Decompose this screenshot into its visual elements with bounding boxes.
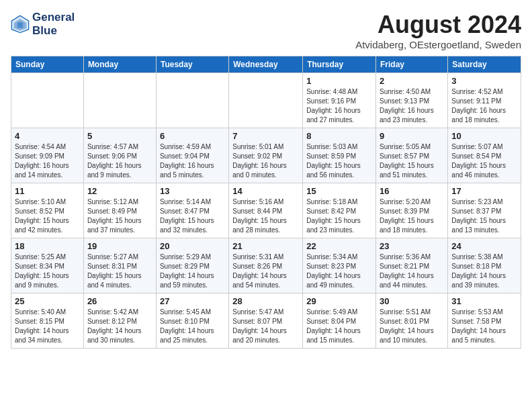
calendar-cell: 23Sunrise: 5:36 AM Sunset: 8:21 PM Dayli…	[376, 238, 448, 293]
cell-day-number: 15	[306, 186, 372, 196]
calendar-subtitle: Atvidaberg, OEstergoetland, Sweden	[355, 39, 521, 50]
cell-day-number: 5	[87, 131, 152, 141]
cell-day-number: 26	[87, 296, 152, 306]
cell-day-number: 8	[306, 131, 372, 141]
logo-text: General Blue	[32, 11, 75, 37]
cell-day-number: 31	[451, 296, 517, 306]
cell-daylight-info: Sunrise: 5:05 AM Sunset: 8:57 PM Dayligh…	[380, 142, 444, 180]
weekday-header: Tuesday	[156, 56, 228, 73]
cell-daylight-info: Sunrise: 5:40 AM Sunset: 8:15 PM Dayligh…	[15, 308, 80, 345]
cell-day-number: 9	[380, 131, 444, 141]
cell-day-number: 17	[451, 186, 517, 196]
cell-daylight-info: Sunrise: 4:54 AM Sunset: 9:09 PM Dayligh…	[15, 142, 80, 180]
calendar-cell: 7Sunrise: 5:01 AM Sunset: 9:02 PM Daylig…	[229, 128, 303, 183]
calendar-cell: 8Sunrise: 5:03 AM Sunset: 8:59 PM Daylig…	[303, 128, 376, 183]
cell-daylight-info: Sunrise: 5:38 AM Sunset: 8:18 PM Dayligh…	[451, 253, 517, 290]
cell-day-number: 3	[451, 76, 517, 86]
cell-day-number: 24	[451, 241, 517, 251]
cell-day-number: 20	[160, 241, 225, 251]
cell-day-number: 18	[15, 241, 80, 251]
title-area: August 2024 Atvidaberg, OEstergoetland, …	[355, 11, 521, 50]
cell-daylight-info: Sunrise: 4:48 AM Sunset: 9:16 PM Dayligh…	[306, 87, 372, 125]
calendar-week-row: 1Sunrise: 4:48 AM Sunset: 9:16 PM Daylig…	[11, 73, 521, 128]
cell-daylight-info: Sunrise: 5:10 AM Sunset: 8:52 PM Dayligh…	[15, 197, 80, 235]
calendar-cell: 22Sunrise: 5:34 AM Sunset: 8:23 PM Dayli…	[303, 238, 376, 293]
cell-day-number: 23	[380, 241, 444, 251]
weekday-header: Thursday	[303, 56, 376, 73]
calendar-cell: 14Sunrise: 5:16 AM Sunset: 8:44 PM Dayli…	[229, 183, 303, 238]
calendar-title: August 2024	[355, 11, 521, 39]
calendar-cell: 6Sunrise: 4:59 AM Sunset: 9:04 PM Daylig…	[156, 128, 228, 183]
cell-day-number: 6	[160, 131, 225, 141]
calendar-cell: 12Sunrise: 5:12 AM Sunset: 8:49 PM Dayli…	[83, 183, 156, 238]
calendar-cell: 9Sunrise: 5:05 AM Sunset: 8:57 PM Daylig…	[376, 128, 448, 183]
calendar-cell: 31Sunrise: 5:53 AM Sunset: 7:58 PM Dayli…	[448, 293, 521, 349]
cell-day-number: 21	[232, 241, 299, 251]
cell-daylight-info: Sunrise: 4:50 AM Sunset: 9:13 PM Dayligh…	[380, 87, 444, 125]
cell-daylight-info: Sunrise: 5:07 AM Sunset: 8:54 PM Dayligh…	[451, 142, 517, 180]
cell-day-number: 19	[87, 241, 152, 251]
cell-daylight-info: Sunrise: 5:14 AM Sunset: 8:47 PM Dayligh…	[160, 197, 225, 235]
calendar-cell: 19Sunrise: 5:27 AM Sunset: 8:31 PM Dayli…	[83, 238, 156, 293]
calendar-cell: 17Sunrise: 5:23 AM Sunset: 8:37 PM Dayli…	[448, 183, 521, 238]
cell-daylight-info: Sunrise: 4:59 AM Sunset: 9:04 PM Dayligh…	[160, 142, 225, 180]
calendar-cell: 25Sunrise: 5:40 AM Sunset: 8:15 PM Dayli…	[11, 293, 84, 349]
weekday-header: Saturday	[448, 56, 521, 73]
weekday-header-row: SundayMondayTuesdayWednesdayThursdayFrid…	[11, 56, 521, 73]
calendar-cell: 21Sunrise: 5:31 AM Sunset: 8:26 PM Dayli…	[229, 238, 303, 293]
cell-daylight-info: Sunrise: 5:31 AM Sunset: 8:26 PM Dayligh…	[232, 253, 299, 290]
cell-daylight-info: Sunrise: 5:25 AM Sunset: 8:34 PM Dayligh…	[15, 253, 80, 290]
weekday-header: Friday	[376, 56, 448, 73]
calendar-cell	[156, 73, 228, 128]
cell-day-number: 16	[380, 186, 444, 196]
calendar-cell: 4Sunrise: 4:54 AM Sunset: 9:09 PM Daylig…	[11, 128, 84, 183]
cell-daylight-info: Sunrise: 5:16 AM Sunset: 8:44 PM Dayligh…	[232, 197, 299, 235]
page-header: General Blue August 2024 Atvidaberg, OEs…	[11, 11, 521, 50]
calendar-cell	[229, 73, 303, 128]
cell-daylight-info: Sunrise: 4:57 AM Sunset: 9:06 PM Dayligh…	[87, 142, 152, 180]
cell-daylight-info: Sunrise: 5:01 AM Sunset: 9:02 PM Dayligh…	[232, 142, 299, 180]
cell-daylight-info: Sunrise: 5:03 AM Sunset: 8:59 PM Dayligh…	[306, 142, 372, 180]
weekday-header: Wednesday	[229, 56, 303, 73]
cell-daylight-info: Sunrise: 5:45 AM Sunset: 8:10 PM Dayligh…	[160, 308, 225, 345]
cell-day-number: 22	[306, 241, 372, 251]
calendar-cell: 5Sunrise: 4:57 AM Sunset: 9:06 PM Daylig…	[83, 128, 156, 183]
cell-daylight-info: Sunrise: 5:42 AM Sunset: 8:12 PM Dayligh…	[87, 308, 152, 345]
calendar-cell: 10Sunrise: 5:07 AM Sunset: 8:54 PM Dayli…	[448, 128, 521, 183]
calendar-week-row: 18Sunrise: 5:25 AM Sunset: 8:34 PM Dayli…	[11, 238, 521, 293]
calendar-cell: 1Sunrise: 4:48 AM Sunset: 9:16 PM Daylig…	[303, 73, 376, 128]
cell-daylight-info: Sunrise: 5:36 AM Sunset: 8:21 PM Dayligh…	[380, 253, 444, 290]
weekday-header: Monday	[83, 56, 156, 73]
calendar-week-row: 4Sunrise: 4:54 AM Sunset: 9:09 PM Daylig…	[11, 128, 521, 183]
cell-daylight-info: Sunrise: 5:18 AM Sunset: 8:42 PM Dayligh…	[306, 197, 372, 235]
cell-day-number: 27	[160, 296, 225, 306]
calendar-cell: 24Sunrise: 5:38 AM Sunset: 8:18 PM Dayli…	[448, 238, 521, 293]
cell-daylight-info: Sunrise: 5:53 AM Sunset: 7:58 PM Dayligh…	[451, 308, 517, 345]
cell-daylight-info: Sunrise: 5:23 AM Sunset: 8:37 PM Dayligh…	[451, 197, 517, 235]
cell-daylight-info: Sunrise: 5:34 AM Sunset: 8:23 PM Dayligh…	[306, 253, 372, 290]
cell-day-number: 2	[380, 76, 444, 86]
cell-day-number: 30	[380, 296, 444, 306]
calendar-cell: 28Sunrise: 5:47 AM Sunset: 8:07 PM Dayli…	[229, 293, 303, 349]
calendar-cell: 18Sunrise: 5:25 AM Sunset: 8:34 PM Dayli…	[11, 238, 84, 293]
calendar-cell	[11, 73, 84, 128]
calendar-cell: 30Sunrise: 5:51 AM Sunset: 8:01 PM Dayli…	[376, 293, 448, 349]
calendar-cell: 16Sunrise: 5:20 AM Sunset: 8:39 PM Dayli…	[376, 183, 448, 238]
calendar-cell: 3Sunrise: 4:52 AM Sunset: 9:11 PM Daylig…	[448, 73, 521, 128]
cell-daylight-info: Sunrise: 5:49 AM Sunset: 8:04 PM Dayligh…	[306, 308, 372, 345]
calendar-cell	[83, 73, 156, 128]
cell-day-number: 12	[87, 186, 152, 196]
cell-day-number: 14	[232, 186, 299, 196]
cell-day-number: 7	[232, 131, 299, 141]
calendar-week-row: 25Sunrise: 5:40 AM Sunset: 8:15 PM Dayli…	[11, 293, 521, 349]
cell-daylight-info: Sunrise: 5:20 AM Sunset: 8:39 PM Dayligh…	[380, 197, 444, 235]
cell-day-number: 4	[15, 131, 80, 141]
cell-daylight-info: Sunrise: 5:12 AM Sunset: 8:49 PM Dayligh…	[87, 197, 152, 235]
calendar-cell: 29Sunrise: 5:49 AM Sunset: 8:04 PM Dayli…	[303, 293, 376, 349]
cell-daylight-info: Sunrise: 5:27 AM Sunset: 8:31 PM Dayligh…	[87, 253, 152, 290]
cell-day-number: 29	[306, 296, 372, 306]
cell-day-number: 1	[306, 76, 372, 86]
weekday-header: Sunday	[11, 56, 84, 73]
calendar-cell: 27Sunrise: 5:45 AM Sunset: 8:10 PM Dayli…	[156, 293, 228, 349]
cell-daylight-info: Sunrise: 5:51 AM Sunset: 8:01 PM Dayligh…	[380, 308, 444, 345]
